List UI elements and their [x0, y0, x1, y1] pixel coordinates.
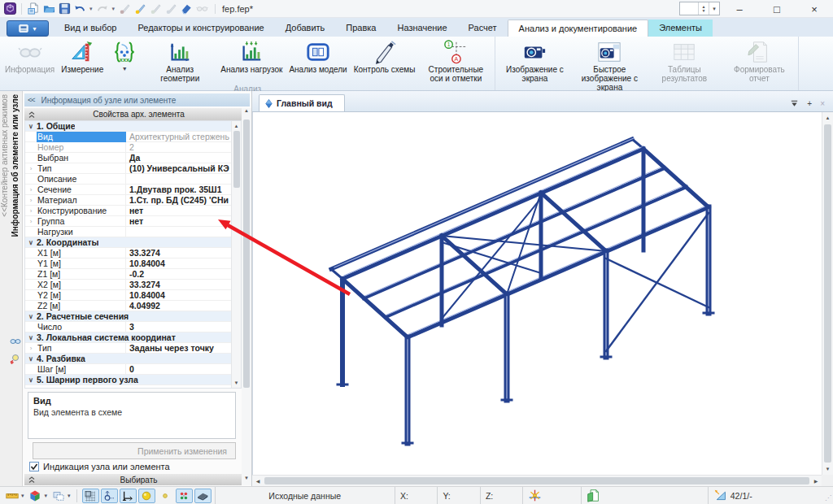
close-button[interactable]: ×: [796, 0, 833, 18]
grid-section[interactable]: ∨1. Общие: [25, 121, 241, 132]
report-status-field[interactable]: [581, 487, 708, 504]
row-value[interactable]: [126, 174, 231, 185]
tab-main-view[interactable]: Главный вид: [259, 94, 345, 111]
row-value[interactable]: 3: [126, 322, 231, 332]
row-value[interactable]: [126, 227, 231, 237]
chevron-down-icon[interactable]: ∨: [25, 237, 37, 248]
row-value[interactable]: -0.2: [126, 269, 231, 280]
grid-row[interactable]: Номер2: [25, 142, 241, 153]
ribbon-tab[interactable]: Добавить: [275, 20, 336, 37]
indication-checkbox-row[interactable]: Индикация узла или элемента: [29, 462, 170, 471]
plates-icon[interactable]: [194, 489, 212, 503]
scroll-down-arrow[interactable]: ▼: [232, 378, 241, 388]
grid-row[interactable]: ›Сечение1.Двутавр прок. 35Ш1: [25, 185, 241, 195]
open-file-icon[interactable]: [42, 2, 55, 15]
undo-icon[interactable]: [73, 2, 86, 15]
resize-grip[interactable]: ⋰: [820, 487, 833, 504]
view-glasses-icon[interactable]: [195, 2, 208, 15]
ribbon-button[interactable]: xxx▼: [107, 37, 142, 72]
chevron-right-icon[interactable]: ›: [25, 206, 37, 216]
close-view-button[interactable]: ×: [820, 99, 825, 108]
add-view-button[interactable]: +: [807, 99, 812, 108]
grid-scrollbar[interactable]: ▲ ▼: [231, 121, 241, 388]
scroll-down-arrow[interactable]: ▼: [244, 476, 249, 485]
stepper-arrows[interactable]: ▲▼: [698, 2, 709, 15]
grid-row[interactable]: Z1 [м]-0.2: [25, 269, 241, 280]
row-value[interactable]: 33.3274: [126, 280, 231, 290]
grid-row[interactable]: ›ТипЗаданы через точку: [25, 343, 241, 354]
element-info-strip-icon[interactable]: [9, 335, 21, 347]
model-canvas[interactable]: [252, 112, 822, 475]
ruler-icon[interactable]: [3, 489, 20, 503]
dropdown-caret[interactable]: ▾: [68, 493, 71, 499]
maximize-button[interactable]: □: [758, 0, 796, 18]
ribbon-button[interactable]: Формировать отчет: [722, 37, 796, 84]
grid-row[interactable]: Нагрузки: [25, 227, 241, 237]
ribbon-tab[interactable]: Анализ и документирование: [508, 20, 649, 37]
dropdown-caret[interactable]: ▾: [89, 6, 94, 12]
pen-blue-icon[interactable]: [164, 2, 177, 15]
row-value[interactable]: Заданы через точку: [126, 343, 231, 354]
chevron-down-icon[interactable]: ∨: [25, 121, 37, 132]
grid-section[interactable]: ∨3. Локальная система координат: [25, 332, 241, 343]
scroll-left-arrow[interactable]: ◀: [252, 476, 264, 487]
select-section-bar[interactable]: Выбирать: [24, 474, 242, 485]
grid-row[interactable]: Z2 [м]4.04992: [25, 301, 241, 311]
row-value[interactable]: Да: [126, 153, 231, 163]
grid-row[interactable]: ВидАрхитектурный стержень: [25, 132, 241, 142]
minimize-button[interactable]: –: [721, 0, 758, 18]
pen-green-icon[interactable]: [149, 2, 162, 15]
eraser-icon[interactable]: [180, 2, 193, 15]
scroll-up-arrow[interactable]: ▲: [822, 112, 833, 124]
row-value[interactable]: Архитектурный стержень: [126, 132, 231, 142]
chevron-down-icon[interactable]: ∨: [25, 332, 37, 343]
panel-scrollbar[interactable]: ▲ ▼: [242, 108, 251, 485]
ribbon-tab[interactable]: Вид и выбор: [54, 20, 127, 37]
grid-section[interactable]: ∨4. Разбивка: [25, 354, 241, 364]
scroll-up-arrow[interactable]: ▲: [244, 108, 249, 118]
ribbon-button[interactable]: Измерение: [58, 37, 107, 75]
grid-icon[interactable]: [82, 489, 99, 503]
cube3d-icon[interactable]: [27, 489, 44, 503]
grid-row[interactable]: ›Группанет: [25, 216, 241, 227]
chevron-right-icon[interactable]: ›: [25, 185, 37, 195]
row-value[interactable]: 1.Ст. пр. БД (С245) 'СНи: [126, 195, 231, 206]
app-menu-button[interactable]: ▼: [7, 20, 49, 37]
stepper-dropdown[interactable]: ▾: [709, 2, 719, 15]
scroll-up-arrow[interactable]: ▲: [232, 121, 241, 131]
nodes-small-icon[interactable]: [157, 489, 174, 503]
row-value[interactable]: (10) Универсальный КЭ п: [126, 163, 231, 174]
chevron-right-icon[interactable]: ›: [25, 195, 37, 206]
side-tab-element-info[interactable]: Информация об элементе или узле: [11, 94, 20, 237]
stepper-value[interactable]: [680, 2, 698, 15]
nodes-color-icon[interactable]: [176, 489, 193, 503]
ribbon-tab[interactable]: Правка: [335, 20, 386, 37]
chevron-down-icon[interactable]: ∨: [25, 375, 37, 385]
supports-icon[interactable]: [120, 489, 137, 503]
active-modes-container-label[interactable]: <<Контейнер активных режимов: [0, 94, 9, 217]
row-value[interactable]: 10.84004: [126, 259, 231, 269]
new-document-icon[interactable]: [27, 2, 40, 15]
row-value[interactable]: 0: [126, 364, 231, 375]
select-window-icon[interactable]: [50, 489, 67, 503]
chevron-right-icon[interactable]: ›: [25, 216, 37, 227]
grid-row[interactable]: ВыбранДа: [25, 153, 241, 163]
grid-row[interactable]: Описание: [25, 174, 241, 185]
node-marker-strip-icon[interactable]: [9, 353, 21, 365]
ribbon-tab[interactable]: Элементы: [648, 20, 713, 37]
ribbon-button[interactable]: Контроль схемы: [351, 37, 419, 75]
panel-subheader[interactable]: Свойства арх. элемента: [24, 108, 242, 120]
row-value[interactable]: 1.Двутавр прок. 35Ш1: [126, 185, 231, 195]
grid-row[interactable]: ›Материал1.Ст. пр. БД (С245) 'СНи: [25, 195, 241, 206]
save-icon[interactable]: [58, 2, 71, 15]
grid-row[interactable]: Шаг [м]0: [25, 364, 241, 375]
ribbon-button[interactable]: Быстрое изображение с экрана: [572, 37, 647, 93]
ribbon-tab[interactable]: Редакторы и конструирование: [127, 20, 274, 37]
app-logo-icon[interactable]: [3, 2, 16, 15]
ribbon-button[interactable]: Таблицы результатов: [647, 37, 722, 84]
canvas-horizontal-scrollbar[interactable]: ◀ ▶: [252, 475, 822, 486]
dropdown-caret[interactable]: ▾: [21, 493, 24, 499]
view-list-dropdown-icon[interactable]: [790, 99, 799, 108]
scrollbar-thumb[interactable]: [264, 477, 809, 484]
row-value[interactable]: 4.04992: [126, 301, 231, 311]
